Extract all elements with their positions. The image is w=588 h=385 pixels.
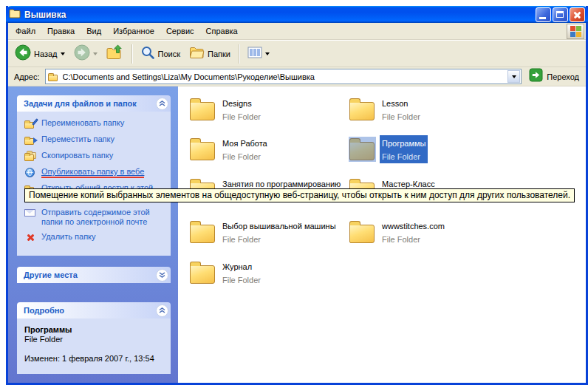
search-icon <box>140 45 155 63</box>
folder-tile[interactable]: DesignsFile Folder <box>190 95 263 123</box>
close-icon <box>570 8 584 21</box>
file-tasks-body: Переименовать папку Переместить папку Ск… <box>17 112 171 256</box>
menu-file[interactable]: Файл <box>10 24 41 38</box>
minimize-button[interactable] <box>536 7 551 22</box>
chevron-up-icon[interactable] <box>156 304 168 317</box>
task-rename-folder[interactable]: Переименовать папку <box>24 118 166 129</box>
address-value: C:\Documents and Settings\Liza\My Docume… <box>63 72 505 81</box>
folder-tile-selected[interactable]: ПрограммыFile Folder <box>349 135 428 163</box>
folder-icon <box>190 265 215 284</box>
menu-edit[interactable]: Правка <box>41 24 81 38</box>
details-item-name: Программы <box>24 325 166 334</box>
folder-tile[interactable]: Моя РаботаFile Folder <box>190 135 270 163</box>
search-button[interactable]: Поиск <box>137 43 184 65</box>
back-icon <box>15 44 31 64</box>
chevron-up-icon[interactable] <box>156 98 168 110</box>
task-delete-folder[interactable]: Удалить папку <box>24 232 166 243</box>
task-move-folder[interactable]: Переместить папку <box>24 134 166 146</box>
folder-type: File Folder <box>382 112 420 121</box>
folder-name: Lesson <box>382 99 408 108</box>
back-label: Назад <box>34 50 58 58</box>
folder-icon <box>190 102 215 120</box>
minimize-icon <box>539 17 546 19</box>
folder-tile[interactable]: ЖурналFile Folder <box>190 259 263 287</box>
file-tasks-header[interactable]: Задачи для файлов и папок <box>17 95 171 112</box>
windows-logo-icon <box>567 24 584 39</box>
toolbar: Назад Поиск Папки <box>8 40 586 67</box>
folders-icon <box>189 46 205 62</box>
details-header[interactable]: Подробно <box>17 302 171 318</box>
folder-type: File Folder <box>222 112 261 121</box>
address-dropdown-button[interactable] <box>507 70 520 83</box>
menu-tools[interactable]: Сервис <box>160 24 200 38</box>
folder-name: Моя Работа <box>222 139 267 148</box>
section-file-tasks: Задачи для файлов и папок Переименовать … <box>17 95 171 256</box>
back-button[interactable]: Назад <box>11 42 69 66</box>
chevron-down-icon[interactable] <box>156 269 168 282</box>
window-body: Задачи для файлов и папок Переименовать … <box>8 86 586 383</box>
section-other-places: Другие места <box>17 267 171 283</box>
delete-folder-icon <box>24 232 37 243</box>
folder-name: Программы <box>382 139 425 148</box>
copy-folder-icon <box>24 151 37 162</box>
forward-button[interactable] <box>70 42 101 66</box>
back-dropdown-icon <box>61 52 65 55</box>
window-title: Вышивка <box>24 10 66 20</box>
folder-type: File Folder <box>222 235 261 244</box>
folder-name: Мастер-Класс <box>382 180 435 188</box>
folder-tile[interactable]: Выбор вышивальной машиныFile Folder <box>190 218 338 246</box>
go-button[interactable]: Переход <box>527 68 581 85</box>
menu-help[interactable]: Справка <box>200 24 244 38</box>
address-label: Адрес: <box>14 72 40 81</box>
chevron-down-icon <box>512 75 516 78</box>
task-email-folder[interactable]: Отправить содержимое этой папки по элект… <box>24 208 166 227</box>
email-folder-icon <box>24 208 37 219</box>
move-folder-icon <box>24 134 37 146</box>
folder-icon <box>349 102 375 120</box>
folder-name: Журнал <box>222 262 252 271</box>
other-places-header[interactable]: Другие места <box>17 267 171 283</box>
publish-web-icon <box>24 167 37 178</box>
folder-icon <box>190 142 215 160</box>
views-icon <box>247 46 262 62</box>
explorer-window: Вышивка Файл Правка Вид Избранное Сервис… <box>6 6 588 385</box>
go-label: Переход <box>547 72 579 81</box>
details-item-modified: Изменен: 1 февраля 2007 г., 13:54 <box>24 354 166 363</box>
address-folder-icon <box>48 71 59 82</box>
maximize-button[interactable] <box>553 7 568 22</box>
section-details: Подробно Программы File Folder Изменен: … <box>17 302 171 374</box>
folder-up-icon <box>106 44 123 63</box>
folder-icon <box>349 225 375 243</box>
folder-name: Занятия по программированию <box>222 180 341 188</box>
rename-folder-icon <box>24 118 37 129</box>
toolbar-separator <box>131 44 132 64</box>
folder-type: File Folder <box>222 152 261 161</box>
address-bar: Адрес: C:\Documents and Settings\Liza\My… <box>8 67 586 86</box>
titlebar: Вышивка <box>6 6 588 23</box>
window-controls <box>536 7 585 22</box>
folder-icon <box>190 225 215 243</box>
folder-type: File Folder <box>382 152 420 161</box>
close-button[interactable] <box>570 7 585 22</box>
task-publish-folder-web[interactable]: Опубликовать папку в вебе <box>24 167 166 178</box>
up-button[interactable] <box>103 42 127 65</box>
address-combo[interactable]: C:\Documents and Settings\Liza\My Docume… <box>45 69 522 84</box>
folders-button[interactable]: Папки <box>185 44 234 64</box>
maximize-icon <box>556 11 564 18</box>
views-button[interactable] <box>244 44 273 64</box>
details-item-type: File Folder <box>24 335 166 344</box>
window-folder-icon <box>9 8 21 21</box>
folder-name: Выбор вышивальной машины <box>222 222 336 231</box>
task-pane: Задачи для файлов и папок Переименовать … <box>8 86 178 383</box>
menu-favorites[interactable]: Избранное <box>107 24 160 38</box>
views-dropdown-icon <box>265 52 270 55</box>
folder-tile[interactable]: LessonFile Folder <box>349 95 423 123</box>
details-title: Подробно <box>24 306 64 315</box>
task-copy-folder[interactable]: Скопировать папку <box>24 151 166 162</box>
file-tasks-title: Задачи для файлов и папок <box>24 99 137 108</box>
search-label: Поиск <box>158 50 180 58</box>
toolbar-separator <box>239 44 239 64</box>
folders-label: Папки <box>208 50 230 58</box>
menu-view[interactable]: Вид <box>81 24 107 38</box>
folder-tile[interactable]: wwwstitches.comFile Folder <box>349 218 447 246</box>
